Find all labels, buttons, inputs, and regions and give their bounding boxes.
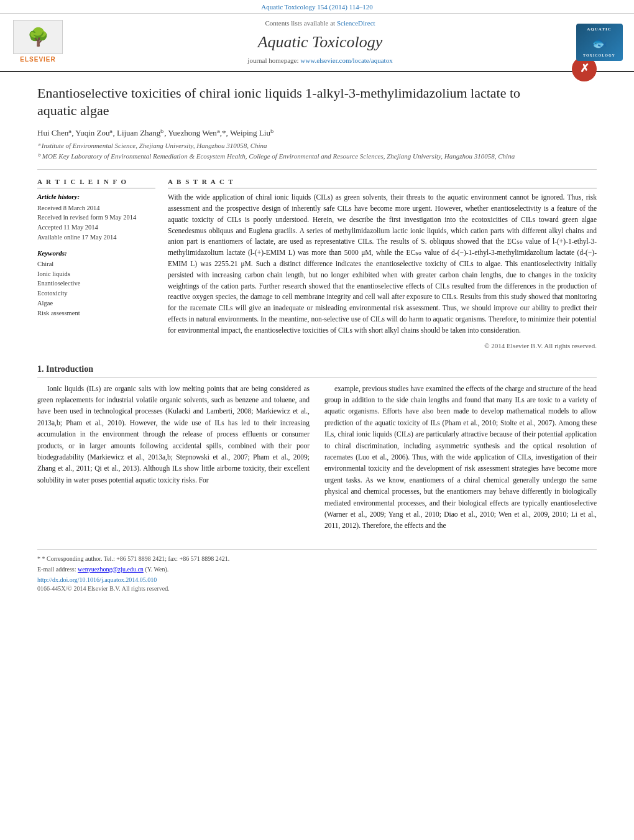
history-group: Article history: Received 8 March 2014 R… (37, 192, 155, 242)
corresponding-note: * * Corresponding author. Tel.: +86 571 … (37, 555, 597, 563)
history-label: Article history: (37, 192, 155, 201)
logo-top-text: AQUATIC (587, 27, 612, 33)
keyword-4: Ecotoxicity (37, 288, 155, 298)
keyword-1: Chiral (37, 259, 155, 269)
journal-logo-box: AQUATIC 🐟 TOXICOLOGY (576, 24, 623, 61)
doi-line[interactable]: http://dx.doi.org/10.1016/j.aquatox.2014… (37, 576, 597, 584)
contents-line: Contents lists available at ScienceDirec… (72, 19, 568, 28)
abstract-label: A B S T R A C T (168, 177, 597, 188)
keyword-6: Risk assessment (37, 308, 155, 318)
article-content: ✗ Enantioselective toxicities of chiral … (0, 72, 634, 606)
tree-icon: 🌳 (27, 25, 49, 49)
keyword-2: Ionic liquids (37, 269, 155, 279)
abstract-column: A B S T R A C T With the wide applicatio… (168, 177, 597, 351)
email-name: (Y. Wen). (145, 566, 168, 573)
intro-heading: 1. Introduction (37, 363, 597, 378)
citation-text: Aquatic Toxicology 154 (2014) 114–120 (261, 3, 373, 11)
corresponding-star: * (37, 555, 40, 562)
accepted-date: Accepted 11 May 2014 (37, 223, 155, 233)
intro-col-2: example, previous studies have examined … (324, 383, 597, 537)
intro-para-2: example, previous studies have examined … (324, 383, 597, 532)
journal-title: Aquatic Toxicology (72, 31, 568, 53)
homepage-label: journal homepage: (247, 57, 298, 64)
keywords-label: Keywords: (37, 249, 155, 258)
intro-para-1: Ionic liquids (ILs) are organic salts wi… (37, 383, 310, 486)
journal-center: Contents lists available at ScienceDirec… (72, 19, 568, 65)
intro-columns: Ionic liquids (ILs) are organic salts wi… (37, 383, 597, 537)
article-info-abstract: A R T I C L E I N F O Article history: R… (37, 177, 597, 351)
issn-line: 0166-445X/© 2014 Elsevier B.V. All right… (37, 584, 597, 593)
affiliation-b: ᵇ MOE Key Laboratory of Environmental Re… (37, 152, 597, 161)
aquatic-toxicology-logo: AQUATIC 🐟 TOXICOLOGY (574, 24, 624, 61)
elsevier-logo-image: 🌳 (13, 20, 63, 54)
fish-icon: 🐟 (592, 34, 607, 52)
available-online-date: Available online 17 May 2014 (37, 233, 155, 242)
journal-homepage: journal homepage: www.elsevier.com/locat… (72, 56, 568, 65)
authors-line: Hui Chenᵃ, Yuqin Zouᵃ, Lijuan Zhangᵇ, Yu… (37, 127, 597, 139)
introduction-section: 1. Introduction Ionic liquids (ILs) are … (37, 363, 597, 537)
article-info-label: A R T I C L E I N F O (37, 177, 155, 188)
received-date: Received 8 March 2014 (37, 203, 155, 213)
elsevier-logo: 🌳 ELSEVIER (10, 20, 66, 64)
keyword-3: Enantioselective (37, 279, 155, 288)
email-line: E-mail address: wenyuezhong@zju.edu.cn (… (37, 565, 597, 574)
article-footer: * * Corresponding author. Tel.: +86 571 … (37, 549, 597, 593)
contents-label: Contents lists available at (265, 19, 335, 27)
sciencedirect-link[interactable]: ScienceDirect (337, 19, 375, 27)
article-info-column: A R T I C L E I N F O Article history: R… (37, 177, 155, 351)
email-label: E-mail address: (37, 566, 76, 573)
logo-bottom-text: TOXICOLOGY (583, 53, 615, 58)
abstract-text: With the wide application of chiral ioni… (168, 192, 597, 336)
affiliations: ᵃ Institute of Environmental Science, Zh… (37, 141, 597, 162)
affiliation-a: ᵃ Institute of Environmental Science, Zh… (37, 141, 597, 150)
corresponding-text: * Corresponding author. Tel.: +86 571 88… (42, 555, 230, 562)
email-link[interactable]: wenyuezhong@zju.edu.cn (78, 566, 144, 573)
received-revised-date: Received in revised form 9 May 2014 (37, 213, 155, 223)
intro-col-1: Ionic liquids (ILs) are organic salts wi… (37, 383, 310, 537)
citation-bar: Aquatic Toxicology 154 (2014) 114–120 (0, 0, 634, 14)
elsevier-label: ELSEVIER (20, 55, 55, 64)
divider-1 (37, 169, 597, 170)
journal-header: 🌳 ELSEVIER Contents lists available at S… (0, 14, 634, 72)
keywords-group: Keywords: Chiral Ionic liquids Enantiose… (37, 249, 155, 318)
keyword-5: Algae (37, 298, 155, 308)
article-title: Enantioselective toxicities of chiral io… (37, 85, 597, 120)
copyright-line: © 2014 Elsevier B.V. All rights reserved… (168, 341, 597, 351)
homepage-url[interactable]: www.elsevier.com/locate/aquatox (300, 57, 392, 64)
